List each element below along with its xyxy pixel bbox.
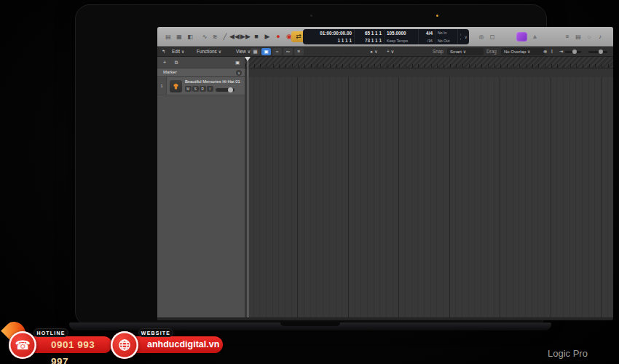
pointer-tool-menu[interactable]: ▸ ∨ [371,48,378,55]
lcd-locator-2: 73 1 1 1 [357,38,382,43]
flex-button[interactable]: ∾ [283,48,293,55]
track-s-button[interactable]: S [192,86,199,92]
track-number: 1 [157,77,167,95]
page-background: ▤▦◧ ∿≋╱ ◀◀▶▶■▶●◉ ⇄ 01:00:00:00.00 1 1 1 … [0,0,619,364]
snap-label: Snap [433,48,443,55]
drag-menu[interactable]: No Overlap ∨ [501,48,545,55]
horizontal-zoom-slider[interactable] [588,51,607,53]
text-tool-icon[interactable]: I [551,48,553,55]
lcd-smpte: 01:00:00:00.00 1 1 1 1 [303,29,355,44]
lcd-tempo: 105.0000 Keep Tempo [385,29,419,44]
editors-icon[interactable]: ≋ [210,32,220,41]
laptop-base-notch [280,323,340,326]
track-panel-header: + ⧉ ▣ [157,57,245,68]
lcd-chevron-icon[interactable]: ∨ [463,34,469,39]
logic-pro-window: ▤▦◧ ∿≋╱ ◀◀▶▶■▶●◉ ⇄ 01:00:00:00.00 1 1 1 … [157,27,613,320]
view-menu[interactable]: View ∨ [236,48,251,55]
alert-icon[interactable]: ▲ [532,32,538,41]
lcd-tempo-mode: Keep Tempo [387,39,416,43]
track-volume-slider[interactable] [216,88,234,92]
track-alternatives-button[interactable]: ≡ [294,48,304,55]
track-i-button[interactable]: I [207,86,213,92]
lcd-signature: 4/4 /16 [419,29,435,44]
lcd-meters [458,29,463,44]
indicator-light [436,15,438,17]
rewind-icon[interactable]: ◀◀ [229,32,240,41]
forward-icon[interactable]: ▶▶ [240,32,251,41]
laptop-frame: ▤▦◧ ∿≋╱ ◀◀▶▶■▶●◉ ⇄ 01:00:00:00.00 1 1 1 … [75,4,547,326]
note-pads-icon[interactable]: ▤ [573,32,583,41]
lcd-locator-1: 65 1 1 1 [357,31,382,36]
track-mute-solo-group: MSRI [185,86,213,92]
play-icon[interactable]: ▶ [262,32,272,41]
track-r-button[interactable]: R [200,86,206,92]
browsers-icon[interactable]: ♪ [595,32,605,41]
stop-icon[interactable]: ■ [251,32,261,41]
list-editors-icon[interactable]: ≡ [562,32,572,41]
toolbar-icon[interactable]: ▤ [163,32,173,41]
tuner-icon[interactable]: ◎ [476,32,486,41]
lcd-io: No In No Out [435,29,458,44]
lcd-tempo-value: 105.0000 [387,31,416,36]
arrangement-area [245,77,613,317]
playhead-line[interactable] [248,57,248,317]
session-player-badge[interactable] [516,32,527,41]
bar-ruler[interactable] [245,57,613,68]
lcd-time-signature: 4/4 [421,31,433,36]
arrangement-marker-lane [245,68,613,77]
track-list: 1Beautiful Memories Hi-Hat 01MSRI [157,77,245,317]
track-panel: + ⧉ ▣ Marker ∨ 1Beautiful Memories Hi-Ha… [157,57,245,320]
control-bar: ▤▦◧ ∿≋╱ ◀◀▶▶■▶●◉ ⇄ 01:00:00:00.00 1 1 1 … [157,27,613,47]
lcd-position-bars: 1 1 1 1 [305,38,352,43]
snap-menu[interactable]: Smart ∨ [447,48,484,55]
edit-menu[interactable]: Edit ∨ [172,48,184,55]
lcd-output: No Out [438,39,455,43]
edit-bar: ↰ Edit ∨Functions ∨View ∨ ▦▣≈∾≡ ▸ ∨ + ∨ … [157,47,613,57]
hotline-number-pill[interactable]: 0901 993 997 [28,336,112,353]
globe-icon [111,331,138,359]
track-m-button[interactable]: M [185,86,192,92]
global-marker-track[interactable]: Marker ∨ [157,68,245,77]
hotline-label-tab: HOTLINE [33,328,68,337]
lcd-locators: 65 1 1 1 73 1 1 1 [355,29,385,44]
add-track-button[interactable]: + [160,59,169,66]
lcd-smpte-time: 01:00:00:00.00 [305,31,352,36]
duplicate-track-button[interactable]: ⧉ [172,59,181,66]
ruler-ticks [245,64,613,68]
logic-pro-caption: Logic Pro [548,348,588,359]
auto-track-zoom-icon[interactable]: ⇥ [559,48,563,55]
track-view-button[interactable]: ▣ [261,48,271,55]
lcd-input: No In [438,31,455,35]
hd-meter [460,38,461,40]
window-bottom-strip [157,317,613,320]
catch-playhead-icon[interactable]: ↰ [162,48,165,55]
mixer-icon[interactable]: ▦ [174,32,184,41]
drag-label: Drag [486,48,497,55]
lcd-division: /16 [421,39,433,43]
lcd-display[interactable]: 01:00:00:00.00 1 1 1 1 65 1 1 1 73 1 1 1… [303,29,469,44]
loop-browser-icon[interactable]: ◌ [584,32,594,41]
marker-track-label: Marker [163,70,177,74]
count-in-icon[interactable]: ◻ [487,32,497,41]
region-view-button[interactable]: ▦ [251,48,260,55]
website-label-tab: WEBSITE [138,328,173,337]
phone-icon: ☎ [9,331,36,359]
catch-playhead-icon[interactable]: ⊕ [543,48,547,55]
track-header-options-icon[interactable]: ▣ [233,59,242,66]
automation-icon[interactable]: ╱ [220,32,230,41]
cpu-meter [460,33,461,36]
shaker-instrument-icon [170,80,182,92]
secondary-tool-menu[interactable]: + ∨ [387,48,394,55]
smart-controls-icon[interactable]: ∿ [200,32,210,41]
global-tracks-chevron-icon[interactable]: ∨ [236,70,242,76]
vertical-zoom-slider[interactable] [565,51,581,53]
webcam-dot [310,15,312,17]
volume-knob[interactable] [228,87,233,92]
record-button[interactable]: ● [273,32,283,41]
track-name: Beautiful Memories Hi-Hat 01 [185,79,243,84]
track-row[interactable]: 1Beautiful Memories Hi-Hat 01MSRI [157,77,245,95]
inspector-icon[interactable]: ◧ [185,32,195,41]
functions-menu[interactable]: Functions ∨ [197,48,221,55]
waveform-zoom-button[interactable]: ≈ [272,48,282,55]
playhead-handle[interactable] [245,57,251,61]
